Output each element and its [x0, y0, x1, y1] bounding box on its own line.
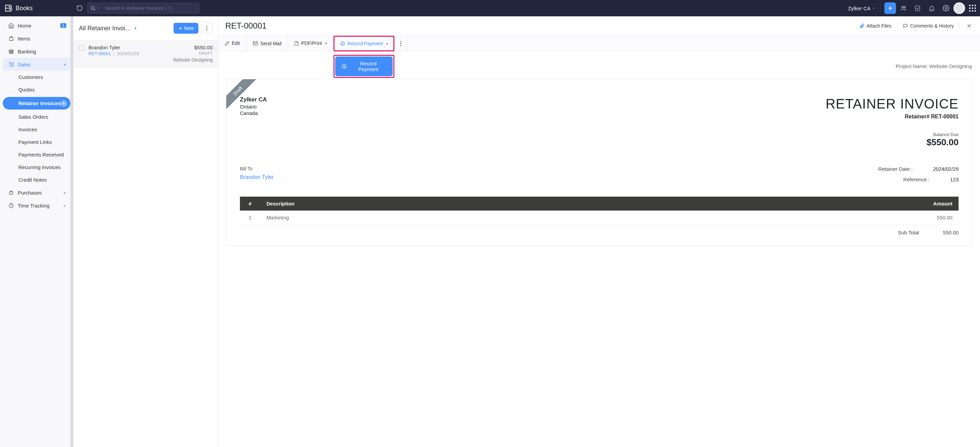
pdf-print-button[interactable]: PDF/Print: [288, 36, 333, 51]
close-icon: [966, 23, 972, 29]
edit-button[interactable]: Edit: [218, 36, 246, 51]
row-status: DRAFT: [173, 51, 213, 56]
svg-rect-12: [13, 51, 13, 53]
sidebar-item-customers[interactable]: Customers: [3, 71, 70, 83]
record-payment-label: Record Payment: [347, 41, 383, 46]
project-name-label: Project Name:: [896, 63, 928, 69]
gear-icon[interactable]: [943, 5, 950, 11]
plus-icon: [887, 5, 893, 11]
items-table: # Description Amount 1 Marketing 550.00: [240, 197, 959, 225]
balance-due-value: $550.00: [826, 137, 959, 148]
sidebar-item-payment-links[interactable]: Payment Links: [3, 136, 70, 148]
pencil-icon: [224, 41, 230, 46]
svg-point-26: [206, 30, 207, 30]
org-selector[interactable]: Zylker CA: [848, 5, 876, 11]
bell-icon[interactable]: [928, 5, 935, 11]
svg-point-2: [91, 6, 94, 10]
sidebar-item-home[interactable]: Home 1: [3, 19, 70, 32]
brand[interactable]: Books: [4, 4, 72, 13]
action-bar: Edit Send Mail PDF/Print: [218, 35, 980, 52]
svg-point-0: [9, 6, 10, 7]
sidebar-label: Quotes: [18, 87, 35, 92]
apps-grid-icon[interactable]: [969, 5, 976, 11]
svg-point-7: [904, 6, 905, 8]
row-project: Website Designing: [173, 57, 213, 63]
sidebar-item-sales[interactable]: Sales ▾: [3, 58, 70, 71]
detail-header: RET-00001 Attach Files Comments & Histor…: [218, 16, 980, 35]
sidebar: Home 1 Items Banking Sales ▾ Customers Q…: [0, 16, 73, 447]
quick-add-button[interactable]: [885, 2, 896, 14]
bank-icon: [8, 48, 14, 54]
sidebar-label: Credit Notes: [18, 177, 47, 183]
send-mail-button[interactable]: Send Mail: [247, 36, 288, 51]
invoice-number-value: RET-00001: [931, 114, 959, 119]
brand-name: Books: [16, 5, 33, 12]
close-button[interactable]: [965, 22, 973, 30]
search-input[interactable]: [103, 5, 199, 11]
users-icon[interactable]: [900, 5, 907, 11]
attach-files-label: Attach Files: [867, 23, 891, 29]
checklist-icon[interactable]: [914, 5, 921, 11]
chevron-down-icon: [872, 6, 876, 10]
sidebar-item-time-tracking[interactable]: Time Tracking ▸: [3, 199, 70, 212]
sidebar-item-recurring-invoices[interactable]: Recurring Invoices: [3, 161, 70, 173]
invoice-preview: Draft Zylker CA Ontario Canada RETAINER …: [226, 79, 972, 246]
search-scope-dropdown[interactable]: [88, 5, 103, 11]
sidebar-item-banking[interactable]: Banking: [3, 45, 70, 58]
new-button[interactable]: New: [173, 23, 198, 34]
sidebar-item-items[interactable]: Items: [3, 32, 70, 45]
svg-point-15: [12, 66, 13, 67]
comments-history-button[interactable]: Comments & History: [903, 23, 954, 29]
list-title-dropdown[interactable]: ▾: [134, 26, 137, 30]
detail-title: RET-00001: [225, 21, 266, 30]
svg-point-36: [401, 45, 401, 46]
invoice-meta: Retainer Date : 2024/02/29 Reference : 1…: [865, 166, 959, 187]
sidebar-item-payments-received[interactable]: Payments Received: [3, 148, 70, 161]
sidebar-label: Banking: [18, 49, 36, 54]
sidebar-label: Invoices: [18, 127, 37, 132]
sidebar-label: Purchases: [18, 190, 42, 196]
sidebar-item-invoices[interactable]: Invoices: [3, 123, 70, 136]
sidebar-label: Recurring Invoices: [18, 164, 60, 170]
col-amount: Amount: [652, 197, 959, 211]
record-payment-highlight: Record Payment: [334, 36, 395, 51]
sidebar-item-retainer-invoices[interactable]: Retainer Invoices: [3, 97, 70, 110]
col-number: #: [240, 197, 260, 211]
search-box: [87, 3, 199, 14]
record-payment-dropdown[interactable]: Record Payment: [335, 37, 393, 50]
bill-to-label: Bill To: [240, 166, 274, 172]
cell-amount: 550.00: [652, 211, 959, 225]
list-row[interactable]: Brandon Tyler RET-00001 | 2024/02/29 $55…: [73, 40, 218, 68]
sidebar-label: Home: [18, 23, 31, 29]
refresh-icon[interactable]: [76, 5, 83, 11]
list-header: All Retainer Invoi... ▾ New: [73, 16, 218, 40]
attach-files-button[interactable]: Attach Files: [859, 23, 891, 29]
bill-to-name[interactable]: Brandon Tyler: [240, 174, 274, 180]
list-more-menu[interactable]: [201, 22, 213, 34]
cart-icon: [8, 61, 14, 67]
sidebar-item-purchases[interactable]: Purchases ▸: [3, 186, 70, 199]
invoice-doc-title: RETAINER INVOICE: [826, 96, 959, 111]
reference-value: 123: [950, 177, 959, 182]
svg-point-35: [401, 43, 401, 44]
row-number-link[interactable]: RET-00001: [89, 51, 111, 56]
row-checkbox[interactable]: [79, 45, 84, 51]
chevron-down-icon: [97, 6, 100, 10]
add-retainer-icon[interactable]: [60, 100, 67, 107]
row-date: 2024/02/29: [117, 51, 139, 56]
svg-point-14: [10, 66, 11, 67]
row-amount: $550.00: [173, 45, 213, 50]
chevron-down-icon: ▾: [64, 63, 66, 66]
avatar[interactable]: [953, 2, 965, 14]
download-circle-icon: [340, 41, 345, 46]
chevron-right-icon: ▸: [64, 191, 66, 194]
topbar: Books Zylker CA: [0, 0, 980, 16]
sidebar-item-sales-orders[interactable]: Sales Orders: [3, 111, 70, 123]
sidebar-item-quotes[interactable]: Quotes: [3, 83, 70, 96]
sidebar-label: Sales Orders: [18, 114, 48, 120]
detail-more-menu[interactable]: [395, 36, 407, 51]
svg-rect-11: [11, 51, 11, 53]
project-name-value: Website Designing: [929, 63, 972, 69]
sidebar-item-credit-notes[interactable]: Credit Notes: [3, 173, 70, 186]
new-button-label: New: [184, 25, 194, 31]
